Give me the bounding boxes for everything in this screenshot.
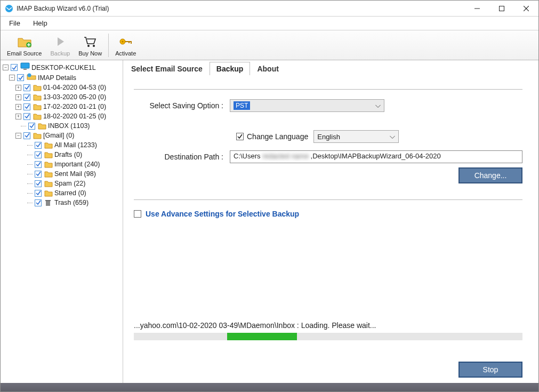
toolbar-activate[interactable]: Activate bbox=[111, 33, 140, 58]
tree-node-label[interactable]: 17-02-2020 01-21 (0) bbox=[43, 102, 106, 111]
language-select[interactable]: English bbox=[313, 130, 399, 143]
tree-node-label[interactable]: Sent Mail (98) bbox=[54, 169, 96, 179]
toolbar: Email Source Backup Buy Now Activate bbox=[1, 30, 538, 60]
tree-node-label[interactable]: 01-04-2020 04-53 (0) bbox=[43, 83, 106, 92]
toolbar-email-source[interactable]: Email Source bbox=[3, 33, 46, 58]
checkbox[interactable] bbox=[23, 103, 30, 110]
tree-item[interactable]: +01-04-2020 04-53 (0) bbox=[2, 83, 122, 92]
folder-icon bbox=[33, 103, 42, 110]
title-bar: IMAP Backup Wizard v6.0 (Trial) bbox=[1, 1, 538, 17]
tab-backup[interactable]: Backup bbox=[210, 62, 251, 75]
change-button[interactable]: Change... bbox=[458, 167, 522, 183]
checkbox[interactable] bbox=[28, 123, 35, 130]
checkbox[interactable] bbox=[35, 171, 42, 178]
tab-about[interactable]: About bbox=[250, 62, 285, 75]
checkbox[interactable] bbox=[17, 74, 24, 81]
toolbar-buy-now[interactable]: Buy Now bbox=[74, 33, 106, 58]
folder-icon bbox=[33, 84, 42, 91]
tree-item[interactable]: Starred (0) bbox=[2, 188, 122, 198]
toolbar-label: Activate bbox=[115, 50, 136, 57]
saving-option-select[interactable]: PST bbox=[230, 99, 384, 112]
expand-toggle[interactable]: + bbox=[15, 85, 21, 91]
tree-item[interactable]: Sent Mail (98) bbox=[2, 169, 122, 179]
tree-item[interactable]: Important (240) bbox=[2, 159, 122, 169]
advance-settings-row[interactable]: Use Advance Settings for Selective Backu… bbox=[134, 210, 522, 218]
tree-node-label[interactable]: [Gmail] (0) bbox=[43, 131, 74, 140]
advance-settings-checkbox[interactable] bbox=[134, 210, 141, 218]
divider bbox=[134, 89, 522, 90]
svg-rect-10 bbox=[21, 63, 29, 68]
change-language-label: Change Language bbox=[247, 132, 308, 141]
checkbox[interactable] bbox=[23, 113, 30, 120]
tree-connector bbox=[27, 183, 33, 184]
tree-item[interactable]: All Mail (1233) bbox=[2, 140, 122, 150]
chevron-down-icon bbox=[375, 102, 381, 110]
tree-item[interactable]: +13-03-2020 05-20 (0) bbox=[2, 92, 122, 102]
tree-node-label[interactable]: Starred (0) bbox=[54, 188, 86, 198]
tree-item[interactable]: Trash (659) bbox=[2, 198, 122, 207]
expand-toggle[interactable]: − bbox=[3, 65, 9, 70]
checkbox[interactable] bbox=[35, 161, 42, 168]
checkbox[interactable] bbox=[23, 94, 30, 101]
tree-connector bbox=[21, 126, 26, 126]
progress-bar-fill bbox=[227, 333, 297, 340]
tree-node-label[interactable]: 18-02-2020 01-25 (0) bbox=[43, 111, 106, 121]
expand-toggle[interactable]: + bbox=[15, 104, 21, 110]
close-button[interactable] bbox=[514, 1, 538, 17]
tree-node-label[interactable]: Trash (659) bbox=[54, 198, 89, 207]
tree-connector bbox=[27, 155, 33, 155]
tab-select-email-source[interactable]: Select Email Source bbox=[124, 62, 210, 75]
tree-node-label[interactable]: IMAP Details bbox=[38, 73, 76, 83]
svg-point-0 bbox=[5, 5, 13, 12]
language-value: English bbox=[317, 133, 340, 141]
change-language-checkbox[interactable] bbox=[236, 133, 244, 140]
tree-item[interactable]: Drafts (0) bbox=[2, 150, 122, 159]
tree-root-label[interactable]: DESKTOP-KCUKE1L bbox=[31, 63, 96, 73]
window-title: IMAP Backup Wizard v6.0 (Trial) bbox=[17, 5, 465, 12]
destination-redacted: redacted name bbox=[262, 152, 309, 160]
expand-toggle[interactable]: + bbox=[15, 114, 21, 119]
checkbox[interactable] bbox=[23, 84, 30, 91]
checkbox[interactable] bbox=[35, 199, 42, 206]
tree-node-label[interactable]: Important (240) bbox=[54, 159, 100, 169]
expand-toggle[interactable]: − bbox=[9, 75, 15, 81]
maximize-button[interactable] bbox=[489, 1, 514, 17]
menu-help[interactable]: Help bbox=[31, 18, 50, 28]
destination-prefix: C:\Users bbox=[234, 152, 261, 160]
checkbox[interactable] bbox=[35, 190, 42, 197]
minimize-button[interactable] bbox=[465, 1, 489, 17]
toolbar-label: Backup bbox=[50, 50, 70, 57]
tree-item[interactable]: +17-02-2020 01-21 (0) bbox=[2, 102, 122, 111]
tree-node-label[interactable]: 13-03-2020 05-20 (0) bbox=[43, 92, 106, 102]
folder-icon bbox=[44, 199, 53, 206]
key-icon bbox=[118, 34, 133, 49]
tree-node-label[interactable]: Drafts (0) bbox=[54, 150, 82, 159]
chevron-down-icon bbox=[390, 133, 395, 141]
expand-toggle[interactable]: + bbox=[15, 94, 21, 100]
tree-item[interactable]: Spam (22) bbox=[2, 179, 122, 188]
destination-path-label: Destination Path : bbox=[134, 153, 230, 161]
checkbox[interactable] bbox=[11, 64, 18, 71]
progress-bar bbox=[134, 333, 522, 340]
toolbar-backup[interactable]: Backup bbox=[46, 33, 74, 58]
tree-node-label[interactable]: All Mail (1233) bbox=[54, 140, 97, 150]
stop-button[interactable]: Stop bbox=[458, 362, 522, 378]
checkbox[interactable] bbox=[35, 180, 42, 187]
toolbar-label: Buy Now bbox=[78, 50, 102, 57]
folder-icon bbox=[44, 161, 53, 168]
folder-tree[interactable]: − DESKTOP-KCUKE1L − IMAP Details +01-04-… bbox=[1, 60, 123, 383]
checkbox[interactable] bbox=[35, 151, 42, 158]
tree-node-label[interactable]: INBOX (1103) bbox=[48, 121, 90, 131]
checkbox[interactable] bbox=[35, 142, 42, 149]
advance-settings-label: Use Advance Settings for Selective Backu… bbox=[146, 210, 299, 218]
tree-item[interactable]: +18-02-2020 01-25 (0) bbox=[2, 111, 122, 121]
folder-add-icon bbox=[17, 34, 32, 49]
checkbox[interactable] bbox=[23, 132, 30, 139]
tree-node-label[interactable]: Spam (22) bbox=[54, 179, 85, 188]
globe-folder-icon bbox=[27, 73, 36, 83]
menu-bar: File Help bbox=[1, 17, 538, 30]
tree-connector bbox=[27, 145, 33, 146]
destination-path-input[interactable]: C:\Users redacted name ,Desktop\IMAPBack… bbox=[230, 150, 522, 163]
menu-file[interactable]: File bbox=[7, 18, 22, 28]
expand-toggle[interactable]: − bbox=[15, 133, 21, 139]
